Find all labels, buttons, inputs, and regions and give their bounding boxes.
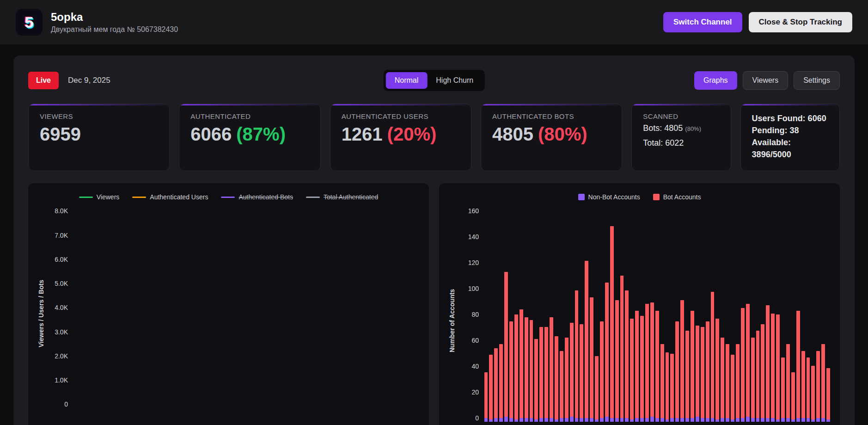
bot-accounts-bar (666, 352, 669, 419)
switch-channel-button[interactable]: Switch Channel (663, 12, 742, 32)
bot-accounts-bar (655, 311, 659, 418)
stat-authenticated-bots: AUTHENTICATED BOTS 4805 (80%) (481, 104, 622, 171)
non-bot-accounts-bar (821, 418, 825, 422)
non-bot-accounts-bar (796, 418, 800, 422)
bot-accounts-bar (635, 311, 639, 418)
bar-group (670, 207, 675, 422)
y-tick: 1.0K (55, 376, 68, 384)
bar-chart-y-ticks: 160140120100806040200 (458, 207, 483, 422)
non-bot-accounts-bar (746, 417, 750, 422)
bar-group (589, 207, 594, 422)
bar-group (720, 207, 725, 422)
line-chart-y-axis-label: Viewers / Users / Bots (37, 207, 48, 420)
bar-group (740, 207, 745, 422)
non-bot-accounts-bar (685, 418, 689, 422)
non-bot-accounts-bar (711, 418, 715, 422)
y-tick: 160 (468, 207, 479, 215)
scanned-bots-percent: (80%) (685, 125, 701, 132)
non-bot-accounts-bar (590, 418, 593, 422)
non-bot-accounts-bar (610, 418, 614, 422)
non-bot-accounts-bar (756, 418, 760, 422)
close-stop-tracking-button[interactable]: Close & Stop Tracking (749, 12, 852, 32)
bar-group (564, 207, 569, 422)
bar-group (604, 207, 609, 422)
available-value-line: 3896/5000 (752, 148, 828, 160)
bar-group (665, 207, 670, 422)
bot-accounts-bar (731, 355, 734, 419)
legend-non-bot-accounts[interactable]: Non-Bot Accounts (578, 193, 640, 201)
bar-group (624, 207, 630, 422)
bar-group (821, 207, 826, 422)
dashboard-card: Live Dec 9, 2025 Normal High Churn Graph… (13, 55, 855, 425)
line-chart-plot (73, 207, 420, 408)
bot-accounts-bar (550, 317, 553, 418)
bot-accounts-bar (610, 226, 614, 418)
bar-group (614, 207, 619, 422)
channel-title-block: 5opka Двукратный мем года № 5067382430 (51, 11, 178, 34)
legend-authenticated-users[interactable]: Authenticated Users (132, 193, 208, 201)
non-bot-accounts-bar (635, 418, 639, 422)
bar-group (640, 207, 645, 422)
bar-group (544, 207, 549, 422)
non-bot-accounts-bar (560, 418, 563, 422)
stat-authenticated: AUTHENTICATED 6066 (87%) (179, 104, 320, 171)
tab-settings[interactable]: Settings (794, 71, 840, 90)
app-header: 5 5opka Двукратный мем года № 5067382430… (0, 0, 868, 44)
bot-accounts-bar (560, 351, 563, 418)
legend-label: Total Authenticated (324, 193, 378, 201)
bar-group (730, 207, 735, 422)
stat-label: VIEWERS (40, 112, 158, 120)
non-bot-accounts-bar (575, 418, 579, 422)
bar-group (675, 207, 680, 422)
bar-group (770, 207, 776, 422)
bot-accounts-bar (570, 323, 574, 417)
non-bot-accounts-bar (741, 418, 745, 422)
bar-group (559, 207, 564, 422)
bot-accounts-bar (520, 309, 523, 418)
y-tick: 60 (471, 337, 479, 344)
bot-accounts-bar (585, 261, 588, 418)
non-bot-accounts-bar (600, 418, 604, 422)
mode-normal-button[interactable]: Normal (386, 72, 428, 89)
legend-total-authenticated[interactable]: Total Authenticated (306, 193, 378, 201)
bot-accounts-bar (761, 324, 764, 418)
bot-accounts-bar (590, 297, 593, 418)
legend-label: Authenticated Bots (238, 193, 293, 201)
bar-chart-legend: Non-Bot AccountsBot Accounts (448, 191, 831, 203)
legend-swatch (306, 197, 320, 198)
legend-authenticated-bots[interactable]: Authenticated Bots (221, 193, 293, 201)
bot-accounts-bar (489, 355, 493, 419)
bar-group (574, 207, 579, 422)
stat-viewers: VIEWERS 6959 (28, 104, 170, 171)
y-tick: 3.0K (55, 328, 68, 336)
bar-group (649, 207, 654, 422)
mode-high-churn-button[interactable]: High Churn (427, 72, 482, 89)
non-bot-accounts-bar (520, 418, 523, 422)
bar-group (750, 207, 755, 422)
viewers-line-chart-panel: ViewersAuthenticated UsersAuthenticated … (28, 183, 429, 425)
bot-accounts-bar (675, 321, 679, 418)
bot-accounts-bar (484, 372, 488, 418)
legend-swatch (221, 197, 235, 198)
bar-group (725, 207, 730, 422)
non-bot-accounts-bar (645, 418, 649, 422)
tab-viewers[interactable]: Viewers (743, 71, 789, 90)
tab-graphs[interactable]: Graphs (694, 71, 737, 90)
bot-accounts-bar (645, 304, 649, 418)
non-bot-accounts-bar (585, 418, 588, 422)
bot-accounts-bar (580, 324, 583, 418)
bar-group (594, 207, 599, 422)
bar-chart-plot (483, 207, 831, 422)
non-bot-accounts-bar (696, 417, 699, 422)
legend-viewers[interactable]: Viewers (79, 193, 120, 201)
bot-accounts-bar (796, 311, 800, 418)
non-bot-accounts-bar (670, 418, 674, 422)
accounts-bar-chart-panel: Non-Bot AccountsBot Accounts Number of A… (439, 183, 840, 425)
bar-group (790, 207, 795, 422)
legend-bot-accounts[interactable]: Bot Accounts (653, 193, 701, 201)
channel-name: 5opka (51, 11, 178, 24)
bot-accounts-bar (811, 366, 815, 419)
channel-subtitle: Двукратный мем года № 5067382430 (51, 25, 178, 34)
non-bot-accounts-bar (620, 418, 624, 422)
non-bot-accounts-bar (580, 418, 583, 422)
